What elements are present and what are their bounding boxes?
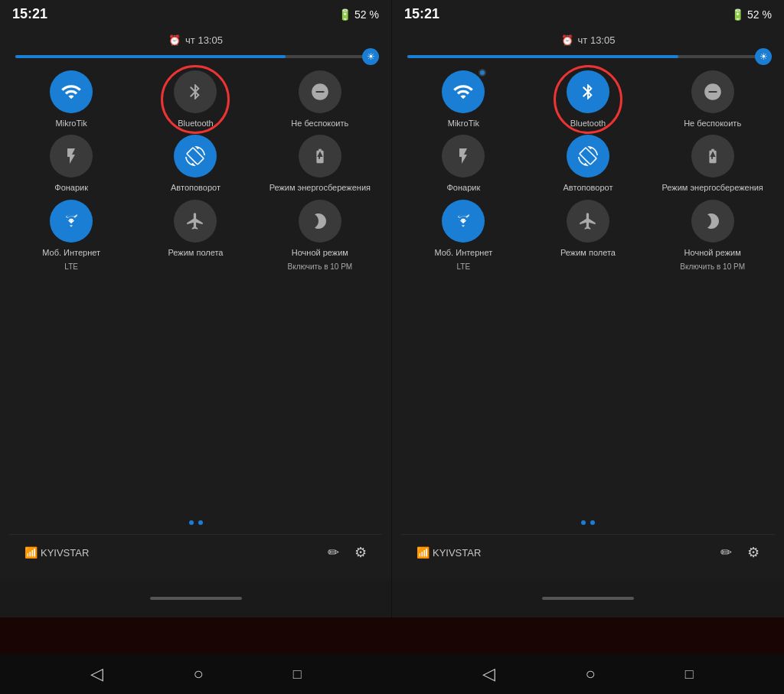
dot-1-left [189, 520, 194, 525]
status-bar-right: 15:21 🔋 52 % [392, 0, 784, 27]
pagination-right [401, 511, 775, 534]
tile-rotate-left[interactable]: Автоповорот [139, 135, 251, 193]
alarm-icon-right: ⏰ [561, 34, 573, 46]
tile-icon-bluetooth-left [174, 70, 217, 113]
edit-icon-left[interactable]: ✏ [328, 544, 339, 561]
bottom-bar-left: 📶 KYIVSTAR ✏ ⚙ [9, 534, 382, 570]
tile-icon-night-left [299, 200, 341, 243]
tile-icon-battery-right [691, 135, 734, 178]
tile-flashlight-right[interactable]: Фонарик [407, 135, 520, 193]
pagination-left [9, 511, 382, 534]
tile-label-airplane-left: Режим полета [168, 247, 223, 258]
tile-mobile-right[interactable]: Моб. Интернет LTE [407, 200, 520, 271]
left-phone: 15:21 🔋 52 % ⏰ чт 13:05 [0, 0, 392, 617]
status-bar-left: 15:21 🔋 52 % [0, 0, 391, 27]
tile-battery-left[interactable]: Режим энергосбережения [264, 135, 376, 193]
tile-label-dnd-right: Не беспокоить [684, 118, 741, 129]
tile-icon-mobile-left [50, 200, 93, 243]
tile-mobile-left[interactable]: Моб. Интернет LTE [15, 200, 127, 271]
tile-label-flashlight-right: Фонарик [446, 182, 480, 193]
carrier-right: 📶 KYIVSTAR [416, 546, 481, 559]
nav-right: ◁ ○ □ [392, 654, 784, 694]
tile-label-airplane-right: Режим полета [560, 247, 616, 258]
tile-label-mobile-left: Моб. Интернет [42, 247, 100, 258]
bottom-icons-left: ✏ ⚙ [328, 544, 367, 561]
tile-mikrotik-left[interactable]: MikroTik [15, 70, 127, 129]
tile-label-flashlight-left: Фонарик [54, 182, 88, 193]
brightness-row-right [401, 52, 775, 67]
tile-icon-mobile-right [442, 200, 485, 243]
tile-mikrotik-right[interactable]: MikroTik [407, 70, 520, 129]
tile-label-rotate-left: Автоповорот [171, 182, 220, 193]
brightness-thumb-right [755, 48, 772, 65]
tile-label-night-right: Ночной режим [684, 247, 741, 258]
tile-dnd-left[interactable]: Не беспокоить [264, 70, 376, 129]
home-btn-right[interactable]: ○ [585, 664, 595, 684]
tile-bluetooth-right[interactable]: Bluetooth [532, 70, 645, 129]
edit-icon-right[interactable]: ✏ [720, 544, 732, 561]
tile-flashlight-left[interactable]: Фонарик [15, 135, 127, 193]
tile-icon-airplane-right [567, 200, 609, 243]
tile-label-mobile-right: Моб. Интернет [434, 247, 492, 258]
tile-label-battery-left: Режим энергосбережения [270, 182, 371, 193]
tile-icon-dnd-right [691, 70, 734, 113]
notification-panel-left: ⏰ чт 13:05 [0, 27, 391, 579]
tile-label-bluetooth-right: Bluetooth [570, 118, 606, 129]
tile-icon-battery-left [299, 135, 341, 178]
tile-rotate-right[interactable]: Автоповорот [532, 135, 645, 193]
tile-icon-flashlight-left [50, 135, 93, 178]
tile-label-night-left: Ночной режим [292, 247, 348, 258]
tile-icon-night-right [691, 200, 734, 243]
settings-icon-left[interactable]: ⚙ [354, 544, 367, 561]
home-area-left [0, 579, 391, 617]
dot-2-left [198, 520, 203, 525]
nav-left: ◁ ○ □ [0, 654, 392, 694]
bottom-icons-right: ✏ ⚙ [720, 544, 760, 561]
alarm-row-right: ⏰ чт 13:05 [401, 27, 775, 52]
tile-icon-rotate-left [174, 135, 217, 178]
brightness-fill-left [15, 55, 286, 58]
right-phone: 15:21 🔋 52 % ⏰ чт 13:05 [392, 0, 784, 617]
tiles-grid-right: MikroTik Bluetooth [401, 67, 775, 274]
tile-airplane-left[interactable]: Режим полета [139, 200, 251, 271]
tile-icon-mikrotik-left [50, 70, 93, 113]
brightness-slider-left[interactable] [15, 55, 376, 58]
battery-icon-left: 🔋 [338, 8, 351, 21]
tile-night-right[interactable]: Ночной режим Включить в 10 PM [656, 200, 769, 271]
tile-icon-rotate-right [567, 135, 609, 178]
tile-airplane-right[interactable]: Режим полета [532, 200, 645, 271]
nav-bar: ◁ ○ □ ◁ ○ □ [0, 654, 784, 694]
tile-bluetooth-left[interactable]: Bluetooth [139, 70, 251, 129]
tile-label-dnd-left: Не беспокоить [291, 118, 348, 129]
battery-right: 🔋 52 % [731, 8, 772, 21]
back-btn-right[interactable]: ◁ [482, 664, 495, 684]
dot-2-right [590, 520, 595, 525]
tile-night-left[interactable]: Ночной режим Включить в 10 PM [264, 200, 376, 271]
tile-label-battery-right: Режим энергосбережения [662, 182, 763, 193]
brightness-slider-right[interactable] [407, 55, 769, 58]
tile-label-rotate-right: Автоповорот [564, 182, 613, 193]
tile-label-bluetooth-left: Bluetooth [178, 118, 213, 129]
battery-icon-right: 🔋 [731, 8, 744, 21]
alarm-row-left: ⏰ чт 13:05 [9, 27, 382, 52]
brightness-fill-right [407, 55, 678, 58]
carrier-left: 📶 KYIVSTAR [24, 546, 89, 559]
tile-icon-airplane-left [174, 200, 217, 243]
signal-icon-right: 📶 [416, 546, 430, 559]
tile-label-mikrotik-left: MikroTik [56, 118, 87, 129]
tile-battery-right[interactable]: Режим энергосбережения [656, 135, 769, 193]
settings-icon-right[interactable]: ⚙ [747, 544, 760, 561]
tile-label-mikrotik-right: MikroTik [448, 118, 479, 129]
home-area-right [392, 579, 784, 617]
tile-icon-flashlight-right [442, 135, 485, 178]
alarm-icon-left: ⏰ [168, 34, 181, 46]
tile-sub-night-right: Включить в 10 PM [680, 262, 745, 271]
tile-dnd-right[interactable]: Не беспокоить [656, 70, 769, 129]
recents-btn-left[interactable]: □ [293, 666, 302, 683]
recents-btn-right[interactable]: □ [685, 666, 694, 683]
signal-icon-left: 📶 [24, 546, 38, 559]
time-left: 15:21 [12, 6, 47, 22]
home-btn-left[interactable]: ○ [193, 664, 203, 684]
brightness-row-left [9, 52, 382, 67]
back-btn-left[interactable]: ◁ [90, 664, 103, 684]
